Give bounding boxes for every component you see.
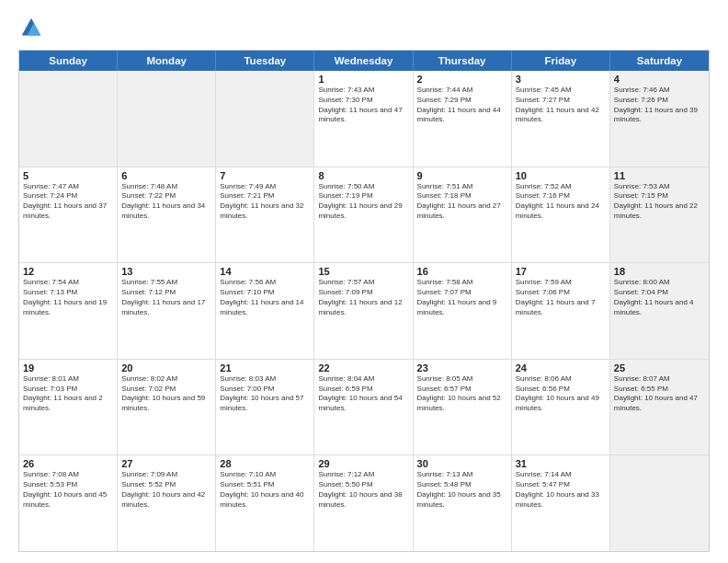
cell-info: Sunrise: 7:44 AM Sunset: 7:29 PM Dayligh… xyxy=(417,86,507,125)
cell-info: Sunrise: 7:08 AM Sunset: 5:53 PM Dayligh… xyxy=(23,470,113,510)
cell-info: Sunrise: 7:13 AM Sunset: 5:48 PM Dayligh… xyxy=(417,470,507,510)
day-number: 28 xyxy=(220,458,310,469)
cell-info: Sunrise: 8:01 AM Sunset: 7:03 PM Dayligh… xyxy=(23,374,113,414)
day-number: 30 xyxy=(417,458,507,469)
cell-info: Sunrise: 8:03 AM Sunset: 7:00 PM Dayligh… xyxy=(220,374,310,414)
cell-info: Sunrise: 8:07 AM Sunset: 6:55 PM Dayligh… xyxy=(614,374,705,414)
day-number: 24 xyxy=(516,362,606,373)
header-cell-saturday: Saturday xyxy=(610,51,709,71)
day-number: 20 xyxy=(121,362,211,373)
day-number: 16 xyxy=(417,266,507,277)
cell-info: Sunrise: 7:46 AM Sunset: 7:26 PM Dayligh… xyxy=(614,86,705,125)
day-number: 13 xyxy=(121,266,211,277)
calendar-cell: 23Sunrise: 8:05 AM Sunset: 6:57 PM Dayli… xyxy=(414,360,512,455)
calendar-cell: 3Sunrise: 7:45 AM Sunset: 7:27 PM Daylig… xyxy=(512,71,610,167)
calendar-cell: 8Sunrise: 7:50 AM Sunset: 7:19 PM Daylig… xyxy=(314,167,413,263)
calendar-body: 1Sunrise: 7:43 AM Sunset: 7:30 PM Daylig… xyxy=(19,71,709,551)
calendar-cell: 28Sunrise: 7:10 AM Sunset: 5:51 PM Dayli… xyxy=(216,455,314,551)
day-number: 1 xyxy=(318,74,408,85)
cell-info: Sunrise: 8:02 AM Sunset: 7:02 PM Dayligh… xyxy=(121,374,211,414)
calendar-row-2: 12Sunrise: 7:54 AM Sunset: 7:13 PM Dayli… xyxy=(19,263,709,360)
calendar-row-4: 26Sunrise: 7:08 AM Sunset: 5:53 PM Dayli… xyxy=(19,455,709,551)
cell-info: Sunrise: 7:55 AM Sunset: 7:12 PM Dayligh… xyxy=(121,278,211,317)
calendar-cell: 19Sunrise: 8:01 AM Sunset: 7:03 PM Dayli… xyxy=(19,360,118,455)
calendar-cell: 26Sunrise: 7:08 AM Sunset: 5:53 PM Dayli… xyxy=(19,455,118,551)
day-number: 2 xyxy=(417,74,507,85)
cell-info: Sunrise: 7:43 AM Sunset: 7:30 PM Dayligh… xyxy=(318,86,408,125)
calendar-row-0: 1Sunrise: 7:43 AM Sunset: 7:30 PM Daylig… xyxy=(19,71,709,167)
header-cell-thursday: Thursday xyxy=(414,51,512,71)
day-number: 21 xyxy=(220,362,310,373)
calendar-cell: 9Sunrise: 7:51 AM Sunset: 7:18 PM Daylig… xyxy=(414,167,512,263)
cell-info: Sunrise: 7:58 AM Sunset: 7:07 PM Dayligh… xyxy=(417,278,507,317)
logo-icon xyxy=(18,15,44,40)
cell-info: Sunrise: 8:00 AM Sunset: 7:04 PM Dayligh… xyxy=(614,278,705,317)
header-cell-wednesday: Wednesday xyxy=(314,51,413,71)
day-number: 18 xyxy=(614,266,705,277)
day-number: 10 xyxy=(516,170,606,181)
day-number: 15 xyxy=(318,266,408,277)
calendar-cell: 12Sunrise: 7:54 AM Sunset: 7:13 PM Dayli… xyxy=(19,263,118,359)
calendar-cell xyxy=(216,71,314,167)
cell-info: Sunrise: 7:10 AM Sunset: 5:51 PM Dayligh… xyxy=(220,470,310,510)
logo xyxy=(18,15,48,40)
calendar-cell: 15Sunrise: 7:57 AM Sunset: 7:09 PM Dayli… xyxy=(314,263,413,359)
day-number: 8 xyxy=(318,170,408,181)
calendar-header: SundayMondayTuesdayWednesdayThursdayFrid… xyxy=(19,51,709,71)
calendar-cell xyxy=(118,71,216,167)
day-number: 3 xyxy=(516,74,606,85)
cell-info: Sunrise: 7:57 AM Sunset: 7:09 PM Dayligh… xyxy=(318,278,408,317)
calendar-cell: 2Sunrise: 7:44 AM Sunset: 7:29 PM Daylig… xyxy=(414,71,512,167)
day-number: 19 xyxy=(23,362,113,373)
calendar-cell: 16Sunrise: 7:58 AM Sunset: 7:07 PM Dayli… xyxy=(414,263,512,359)
cell-info: Sunrise: 7:51 AM Sunset: 7:18 PM Dayligh… xyxy=(417,182,507,222)
calendar: SundayMondayTuesdayWednesdayThursdayFrid… xyxy=(18,50,710,552)
calendar-cell: 14Sunrise: 7:56 AM Sunset: 7:10 PM Dayli… xyxy=(216,263,314,359)
calendar-cell xyxy=(610,455,709,551)
day-number: 4 xyxy=(614,74,705,85)
header xyxy=(18,15,710,40)
cell-info: Sunrise: 7:52 AM Sunset: 7:16 PM Dayligh… xyxy=(516,182,606,222)
day-number: 23 xyxy=(417,362,507,373)
day-number: 9 xyxy=(417,170,507,181)
day-number: 25 xyxy=(614,362,705,373)
calendar-cell: 21Sunrise: 8:03 AM Sunset: 7:00 PM Dayli… xyxy=(216,360,314,455)
calendar-cell: 10Sunrise: 7:52 AM Sunset: 7:16 PM Dayli… xyxy=(512,167,610,263)
day-number: 7 xyxy=(220,170,310,181)
calendar-cell: 18Sunrise: 8:00 AM Sunset: 7:04 PM Dayli… xyxy=(610,263,709,359)
calendar-cell: 29Sunrise: 7:12 AM Sunset: 5:50 PM Dayli… xyxy=(314,455,413,551)
header-cell-sunday: Sunday xyxy=(19,51,118,71)
day-number: 5 xyxy=(23,170,113,181)
page: SundayMondayTuesdayWednesdayThursdayFrid… xyxy=(0,0,728,563)
cell-info: Sunrise: 7:59 AM Sunset: 7:06 PM Dayligh… xyxy=(516,278,606,317)
calendar-cell: 6Sunrise: 7:48 AM Sunset: 7:22 PM Daylig… xyxy=(118,167,216,263)
cell-info: Sunrise: 7:49 AM Sunset: 7:21 PM Dayligh… xyxy=(220,182,310,222)
day-number: 27 xyxy=(121,458,211,469)
calendar-cell: 1Sunrise: 7:43 AM Sunset: 7:30 PM Daylig… xyxy=(314,71,413,167)
calendar-cell: 22Sunrise: 8:04 AM Sunset: 6:59 PM Dayli… xyxy=(314,360,413,455)
calendar-row-3: 19Sunrise: 8:01 AM Sunset: 7:03 PM Dayli… xyxy=(19,360,709,456)
cell-info: Sunrise: 8:05 AM Sunset: 6:57 PM Dayligh… xyxy=(417,374,507,414)
day-number: 29 xyxy=(318,458,408,469)
cell-info: Sunrise: 7:50 AM Sunset: 7:19 PM Dayligh… xyxy=(318,182,408,222)
cell-info: Sunrise: 7:47 AM Sunset: 7:24 PM Dayligh… xyxy=(23,182,113,222)
day-number: 26 xyxy=(23,458,113,469)
day-number: 14 xyxy=(220,266,310,277)
day-number: 11 xyxy=(614,170,705,181)
calendar-cell: 11Sunrise: 7:53 AM Sunset: 7:15 PM Dayli… xyxy=(610,167,709,263)
calendar-cell: 4Sunrise: 7:46 AM Sunset: 7:26 PM Daylig… xyxy=(610,71,709,167)
day-number: 12 xyxy=(23,266,113,277)
day-number: 17 xyxy=(516,266,606,277)
cell-info: Sunrise: 7:12 AM Sunset: 5:50 PM Dayligh… xyxy=(318,470,408,510)
calendar-cell: 5Sunrise: 7:47 AM Sunset: 7:24 PM Daylig… xyxy=(19,167,118,263)
day-number: 6 xyxy=(121,170,211,181)
cell-info: Sunrise: 7:14 AM Sunset: 5:47 PM Dayligh… xyxy=(516,470,606,510)
cell-info: Sunrise: 7:54 AM Sunset: 7:13 PM Dayligh… xyxy=(23,278,113,317)
header-cell-friday: Friday xyxy=(512,51,610,71)
calendar-row-1: 5Sunrise: 7:47 AM Sunset: 7:24 PM Daylig… xyxy=(19,167,709,264)
cell-info: Sunrise: 8:04 AM Sunset: 6:59 PM Dayligh… xyxy=(318,374,408,414)
header-cell-monday: Monday xyxy=(118,51,216,71)
cell-info: Sunrise: 7:56 AM Sunset: 7:10 PM Dayligh… xyxy=(220,278,310,317)
calendar-cell: 25Sunrise: 8:07 AM Sunset: 6:55 PM Dayli… xyxy=(610,360,709,455)
calendar-cell: 17Sunrise: 7:59 AM Sunset: 7:06 PM Dayli… xyxy=(512,263,610,359)
